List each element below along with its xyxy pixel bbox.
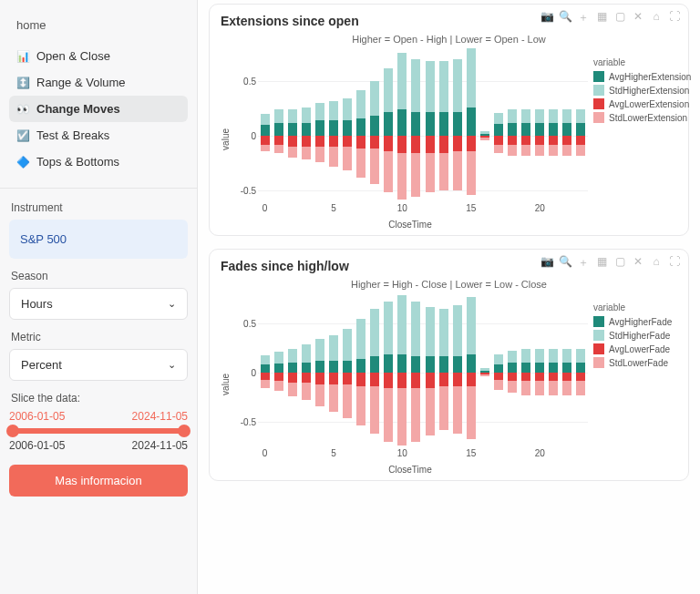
more-info-button[interactable]: Mas informacion <box>9 465 188 497</box>
slider-thumb-left[interactable] <box>6 425 19 437</box>
bar-seg <box>384 151 393 193</box>
season-label: Season <box>11 270 188 282</box>
y-axis-label: value <box>221 128 231 150</box>
bar-seg <box>411 112 420 136</box>
bar-seg <box>494 380 503 390</box>
bar-col <box>343 293 352 446</box>
bar-seg <box>370 116 379 136</box>
bar-seg <box>467 297 476 354</box>
bar-seg <box>274 145 283 154</box>
chart-0-plot[interactable]: -0.500.505101520 <box>232 48 588 218</box>
legend-label: AvgLowerFade <box>609 344 670 354</box>
bar-seg <box>508 373 517 382</box>
sidebar: home 📊 Open & Close ↕️ Range & Volume 👀 … <box>0 0 198 594</box>
pan-plus-icon[interactable]: ＋ <box>577 255 590 271</box>
bar-col <box>562 48 571 201</box>
bar-seg <box>453 386 462 434</box>
bar-col <box>370 48 379 201</box>
bar-seg <box>494 373 503 381</box>
legend-label: StdLowerFade <box>609 358 668 368</box>
bar-seg <box>562 381 571 394</box>
nav-open-close[interactable]: 📊 Open & Close <box>9 43 188 69</box>
date-slider[interactable] <box>9 428 188 434</box>
bar-seg <box>576 363 585 373</box>
season-select[interactable]: Hours ⌄ <box>9 288 188 320</box>
zoom-out-icon[interactable]: ▢ <box>613 255 626 271</box>
fullscreen-icon[interactable]: ⛶ <box>668 10 681 26</box>
legend-item[interactable]: StdHigherExtension <box>593 85 691 96</box>
zoom-in-icon[interactable]: ▦ <box>595 10 608 26</box>
reset-icon[interactable]: ⌂ <box>650 10 663 26</box>
bar-col <box>288 293 297 446</box>
camera-icon[interactable]: 📷 <box>540 255 553 271</box>
legend-swatch <box>593 316 604 327</box>
binoculars-icon: 👀 <box>16 103 29 116</box>
legend-swatch <box>593 112 604 123</box>
bar-seg <box>329 335 338 361</box>
metric-select[interactable]: Percent ⌄ <box>9 349 188 381</box>
instrument-value[interactable]: S&P 500 <box>9 220 188 259</box>
bar-seg <box>261 355 270 364</box>
bar-seg <box>453 356 462 372</box>
bar-seg <box>302 383 311 401</box>
camera-icon[interactable]: 📷 <box>540 10 553 26</box>
bar-seg <box>384 68 393 112</box>
legend-label: StdLowerExtension <box>609 113 687 123</box>
autoscale-icon[interactable]: ✕ <box>632 255 644 271</box>
legend-item[interactable]: StdHigherFade <box>593 330 677 341</box>
bar-seg <box>397 136 407 153</box>
bar-seg <box>549 349 558 363</box>
legend-item[interactable]: StdLowerExtension <box>593 112 691 123</box>
y-axis-label: value <box>221 374 231 395</box>
bar-seg <box>562 123 571 136</box>
nav-tops-bottoms[interactable]: 🔷 Tops & Bottoms <box>9 148 188 175</box>
bar-seg <box>329 147 338 167</box>
bar-seg <box>549 381 558 394</box>
legend-item[interactable]: AvgHigherExtension <box>593 71 691 82</box>
nav-label: Change Moves <box>36 102 120 116</box>
chart-1-plot[interactable]: -0.500.505101520 <box>232 293 588 463</box>
chart-card-0: 📷 🔍 ＋ ▦ ▢ ✕ ⌂ ⛶ Extensions since open Hi… <box>209 4 689 236</box>
legend-item[interactable]: StdLowerFade <box>593 357 677 368</box>
bar-seg <box>288 363 297 373</box>
bar-seg <box>356 373 365 386</box>
bar-col <box>315 48 324 201</box>
bar-seg <box>426 388 435 435</box>
bar-seg <box>411 373 420 388</box>
bar-seg <box>315 103 324 120</box>
autoscale-icon[interactable]: ✕ <box>632 10 644 26</box>
legend-item[interactable]: AvgLowerExtension <box>593 98 691 109</box>
zoom-icon[interactable]: 🔍 <box>559 255 571 271</box>
bar-seg <box>261 380 270 388</box>
fullscreen-icon[interactable]: ⛶ <box>668 255 681 271</box>
bar-col <box>494 48 503 201</box>
nav-home[interactable]: home <box>9 11 188 43</box>
zoom-in-icon[interactable]: ▦ <box>595 255 608 271</box>
x-axis-label: CloseTime <box>232 220 588 230</box>
bar-seg <box>356 90 365 118</box>
reset-icon[interactable]: ⌂ <box>650 255 663 271</box>
nav-change-moves[interactable]: 👀 Change Moves <box>9 96 188 122</box>
bar-seg <box>384 112 393 136</box>
bar-seg <box>302 373 311 383</box>
zoom-out-icon[interactable]: ▢ <box>613 10 626 26</box>
bar-seg <box>261 125 270 136</box>
legend-item[interactable]: AvgHigherFade <box>593 316 677 327</box>
bar-col <box>535 48 544 201</box>
slider-thumb-right[interactable] <box>178 425 190 437</box>
bar-seg <box>343 329 352 361</box>
bar-seg <box>535 381 544 394</box>
bar-seg <box>576 381 585 394</box>
bar-seg <box>315 384 324 406</box>
bar-seg <box>397 388 407 446</box>
zoom-icon[interactable]: 🔍 <box>559 10 571 26</box>
pan-plus-icon[interactable]: ＋ <box>577 10 590 26</box>
bar-seg <box>288 123 297 136</box>
bar-seg <box>467 108 476 136</box>
bar-col <box>535 293 544 446</box>
nav-range-volume[interactable]: ↕️ Range & Volume <box>9 69 188 96</box>
legend-item[interactable]: AvgLowerFade <box>593 343 677 354</box>
legend-label: StdHigherFade <box>609 331 670 341</box>
bar-col <box>467 293 476 446</box>
nav-test-breaks[interactable]: ☑️ Test & Breaks <box>9 122 188 148</box>
